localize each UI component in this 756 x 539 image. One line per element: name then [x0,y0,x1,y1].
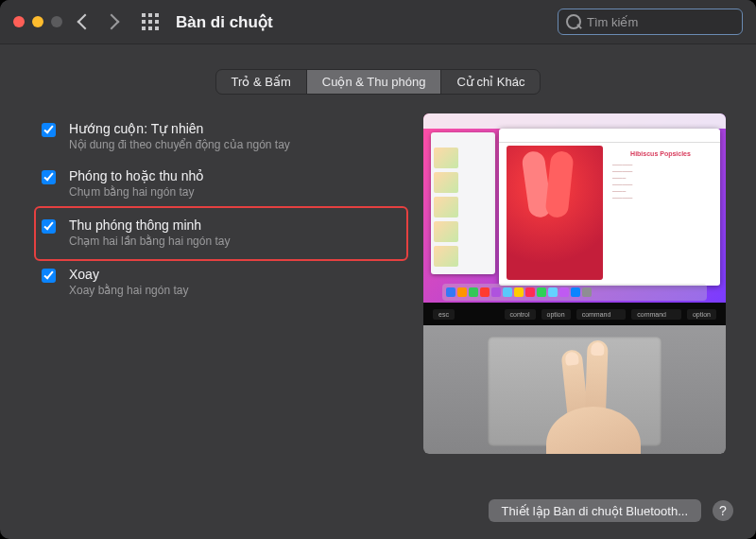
tab-bar: Trỏ & Bấm Cuộn & Thu phóng Cử chỉ Khác [0,69,756,95]
preview-photo [507,146,603,280]
preview-menubar [423,113,726,129]
tab-more-gestures[interactable]: Cử chỉ Khác [440,70,540,94]
option-label: Thu phóng thông minh [69,217,230,233]
checkbox-natural-scroll[interactable] [42,123,56,137]
option-label: Xoay [69,267,188,282]
preview-recipe-card: Hibiscus Popsicles ─────────────────────… [609,146,713,280]
touchbar-esc: esc [433,309,455,320]
search-field[interactable]: Tìm kiếm [558,9,743,35]
option-desc: Chụm bằng hai ngón tay [69,185,204,199]
option-label: Hướng cuộn: Tự nhiên [69,121,290,136]
pane-title: Bàn di chuột [176,12,273,32]
touchbar-key: option [541,309,571,320]
preview-trackpad-area [423,325,726,454]
touchbar-key: control [505,309,536,320]
gesture-preview: Hibiscus Popsicles ─────────────────────… [423,113,726,454]
checkbox-smart-zoom[interactable] [42,219,56,234]
checkbox-rotate[interactable] [42,269,56,283]
nav-controls [79,13,159,30]
option-rotate[interactable]: Xoay Xoay bằng hai ngón tay [38,259,404,306]
segmented-control: Trỏ & Bấm Cuộn & Thu phóng Cử chỉ Khác [215,69,541,95]
back-button[interactable] [77,14,94,30]
help-button[interactable]: ? [713,500,733,521]
forward-button[interactable] [104,14,120,30]
touchbar-key: option [687,309,716,320]
option-desc: Chạm hai lần bằng hai ngón tay [69,235,230,248]
search-placeholder: Tìm kiếm [587,15,638,29]
option-zoom[interactable]: Phóng to hoặc thu nhỏ Chụm bằng hai ngón… [38,161,404,208]
preview-document-window: Hibiscus Popsicles ─────────────────────… [499,129,720,286]
preview-dock [442,284,707,301]
touchbar-key: command [631,309,681,320]
option-list: Hướng cuộn: Tự nhiên Nội dung đi theo ch… [38,113,404,454]
preview-screen: Hibiscus Popsicles ─────────────────────… [423,113,726,303]
option-label: Phóng to hoặc thu nhỏ [69,168,204,183]
search-icon [566,14,581,29]
option-desc: Nội dung đi theo chuyển động của ngón ta… [69,138,290,151]
preferences-window: Bàn di chuột Tìm kiếm Trỏ & Bấm Cuộn & T… [0,0,756,539]
tab-point-click[interactable]: Trỏ & Bấm [216,70,306,94]
touchbar-key: command [576,309,627,320]
preview-sidebar-window [431,132,495,274]
setup-bluetooth-trackpad-button[interactable]: Thiết lập Bàn di chuột Bluetooth... [489,499,701,522]
footer: Thiết lập Bàn di chuột Bluetooth... ? [489,499,733,522]
content-area: Hướng cuộn: Tự nhiên Nội dung đi theo ch… [0,95,756,454]
minimize-window-button[interactable] [32,16,43,27]
checkbox-zoom[interactable] [42,170,56,184]
option-smart-zoom[interactable]: Thu phóng thông minh Chạm hai lần bằng h… [34,206,408,261]
preview-hand-icon [527,340,660,454]
preview-desktop: Hibiscus Popsicles ─────────────────────… [423,129,726,286]
option-desc: Xoay bằng hai ngón tay [69,284,188,297]
tab-scroll-zoom[interactable]: Cuộn & Thu phóng [306,70,441,94]
close-window-button[interactable] [13,16,25,27]
fullscreen-window-button[interactable] [51,16,62,27]
titlebar: Bàn di chuột Tìm kiếm [0,0,756,44]
show-all-icon[interactable] [142,13,159,30]
preview-touchbar: esc control option command command optio… [423,303,726,325]
option-natural-scroll[interactable]: Hướng cuộn: Tự nhiên Nội dung đi theo ch… [38,113,404,161]
window-controls [13,16,62,27]
